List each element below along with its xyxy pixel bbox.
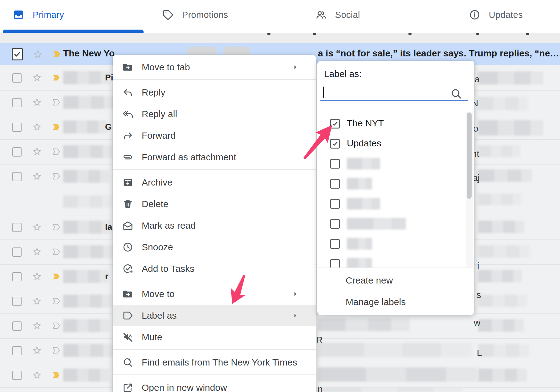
importance-marker-icon[interactable] bbox=[51, 370, 63, 380]
menu-item-mute[interactable]: Mute bbox=[113, 326, 316, 348]
menu-item-forward-as-attachment[interactable]: Forward as attachment bbox=[113, 146, 316, 168]
checkbox-checked[interactable] bbox=[330, 119, 340, 129]
tab-updates[interactable]: Updates bbox=[469, 0, 523, 30]
row-checkbox[interactable] bbox=[12, 321, 22, 331]
label-option-redacted[interactable] bbox=[317, 154, 474, 174]
checkbox-unchecked[interactable] bbox=[330, 219, 340, 229]
menu-item-snooze[interactable]: Snooze bbox=[113, 236, 316, 258]
row-checkbox[interactable] bbox=[12, 223, 22, 232]
star-icon[interactable] bbox=[31, 345, 43, 356]
row-checkbox[interactable] bbox=[12, 297, 22, 306]
row-checkbox[interactable] bbox=[12, 73, 22, 83]
menu-divider bbox=[113, 169, 316, 170]
importance-marker-icon[interactable] bbox=[51, 222, 63, 232]
importance-marker-icon[interactable] bbox=[51, 49, 63, 60]
menu-item-archive[interactable]: Archive bbox=[113, 172, 316, 193]
sender-text-fragment: G bbox=[105, 122, 112, 132]
checkbox-unchecked[interactable] bbox=[330, 199, 340, 209]
tab-promotions-label: Promotions bbox=[182, 10, 228, 20]
row-checkbox[interactable] bbox=[12, 147, 22, 157]
create-new-button[interactable]: Create new bbox=[317, 270, 474, 291]
label-option-redacted[interactable] bbox=[317, 194, 474, 214]
star-icon[interactable] bbox=[31, 222, 43, 233]
menu-item-find-emails-from-the-new-york-times[interactable]: Find emails from The New York Times bbox=[113, 352, 316, 373]
row-checkbox[interactable] bbox=[12, 247, 22, 257]
manage-labels-button[interactable]: Manage labels bbox=[317, 291, 474, 313]
redacted-sender bbox=[63, 96, 114, 109]
scrollbar-thumb[interactable] bbox=[467, 112, 472, 199]
star-icon[interactable] bbox=[31, 296, 43, 307]
star-icon[interactable] bbox=[31, 271, 43, 282]
redacted-sender bbox=[63, 145, 112, 158]
checkbox-unchecked[interactable] bbox=[330, 179, 340, 189]
menu-item-forward[interactable]: Forward bbox=[113, 125, 316, 146]
checkbox-unchecked[interactable] bbox=[330, 259, 340, 267]
checkbox-unchecked[interactable] bbox=[330, 239, 340, 249]
menu-item-label: Mute bbox=[142, 332, 162, 342]
row-checkbox[interactable] bbox=[12, 346, 22, 355]
tab-social-label: Social bbox=[335, 10, 360, 20]
star-icon[interactable] bbox=[31, 246, 43, 257]
menu-item-reply-all[interactable]: Reply all bbox=[113, 103, 316, 125]
label-option-the-nyt[interactable]: The NYT bbox=[317, 114, 474, 134]
label-option-redacted[interactable] bbox=[317, 174, 474, 194]
star-icon[interactable] bbox=[31, 121, 43, 133]
manage-labels-label: Manage labels bbox=[346, 297, 406, 307]
importance-marker-icon[interactable] bbox=[51, 171, 63, 182]
importance-marker-icon[interactable] bbox=[51, 72, 63, 83]
people-icon bbox=[315, 9, 327, 21]
clipped-text-mark bbox=[408, 33, 412, 35]
menu-item-label-as[interactable]: Label as bbox=[113, 305, 316, 326]
importance-marker-icon[interactable] bbox=[51, 321, 63, 331]
importance-marker-icon[interactable] bbox=[51, 146, 63, 157]
menu-item-label: Find emails from The New York Times bbox=[142, 357, 297, 368]
star-icon[interactable] bbox=[31, 171, 43, 182]
menu-item-move-to[interactable]: Move to bbox=[113, 283, 316, 305]
search-input[interactable] bbox=[320, 100, 468, 101]
folder-move-icon bbox=[122, 61, 134, 73]
star-icon[interactable] bbox=[32, 48, 44, 60]
redacted-content bbox=[478, 120, 543, 136]
search-icon[interactable] bbox=[450, 87, 463, 100]
tab-promotions[interactable]: Promotions bbox=[162, 0, 228, 30]
star-icon[interactable] bbox=[31, 320, 43, 331]
tab-primary[interactable]: Primary bbox=[12, 0, 64, 30]
label-option-updates[interactable]: Updates bbox=[317, 134, 474, 154]
importance-marker-icon[interactable] bbox=[51, 97, 63, 108]
menu-item-delete[interactable]: Delete bbox=[113, 193, 316, 215]
redacted-content bbox=[478, 295, 527, 307]
importance-marker-icon[interactable] bbox=[51, 271, 63, 282]
task-add-icon bbox=[122, 263, 134, 275]
importance-marker-icon[interactable] bbox=[51, 296, 63, 306]
star-icon[interactable] bbox=[31, 146, 43, 157]
checkbox-checked[interactable] bbox=[330, 139, 340, 149]
star-icon[interactable] bbox=[31, 370, 43, 381]
checkbox-unchecked[interactable] bbox=[330, 159, 340, 169]
label-option-redacted[interactable] bbox=[317, 254, 474, 267]
star-icon[interactable] bbox=[31, 72, 43, 83]
star-icon[interactable] bbox=[31, 97, 43, 108]
menu-item-add-to-tasks[interactable]: Add to Tasks bbox=[113, 258, 316, 280]
row-checkbox[interactable] bbox=[12, 371, 22, 380]
gmail-window: Primary Promotions Social Updates The Ne… bbox=[0, 0, 560, 392]
label-option-redacted[interactable] bbox=[317, 234, 474, 254]
row-checkbox[interactable] bbox=[12, 172, 22, 181]
reply-icon bbox=[122, 87, 134, 98]
row-checkbox[interactable] bbox=[12, 98, 22, 107]
row-checkbox[interactable] bbox=[12, 123, 22, 132]
selected-row-checkbox[interactable] bbox=[12, 48, 23, 60]
importance-marker-icon[interactable] bbox=[51, 122, 63, 132]
label-option-redacted[interactable] bbox=[317, 214, 474, 234]
menu-item-label: Open in new window bbox=[142, 382, 227, 392]
submenu-chevron-icon bbox=[291, 290, 299, 298]
menu-item-open-in-new-window[interactable]: Open in new window bbox=[113, 377, 316, 392]
menu-item-mark-as-read[interactable]: Mark as read bbox=[113, 215, 316, 236]
row-checkbox[interactable] bbox=[12, 272, 22, 281]
menu-item-reply[interactable]: Reply bbox=[113, 82, 316, 103]
menu-item-move-to-tab[interactable]: Move to tab bbox=[113, 56, 316, 78]
create-new-label: Create new bbox=[346, 275, 393, 286]
tab-updates-label: Updates bbox=[489, 10, 523, 20]
tab-social[interactable]: Social bbox=[315, 0, 360, 30]
importance-marker-icon[interactable] bbox=[51, 345, 63, 356]
importance-marker-icon[interactable] bbox=[51, 247, 63, 257]
